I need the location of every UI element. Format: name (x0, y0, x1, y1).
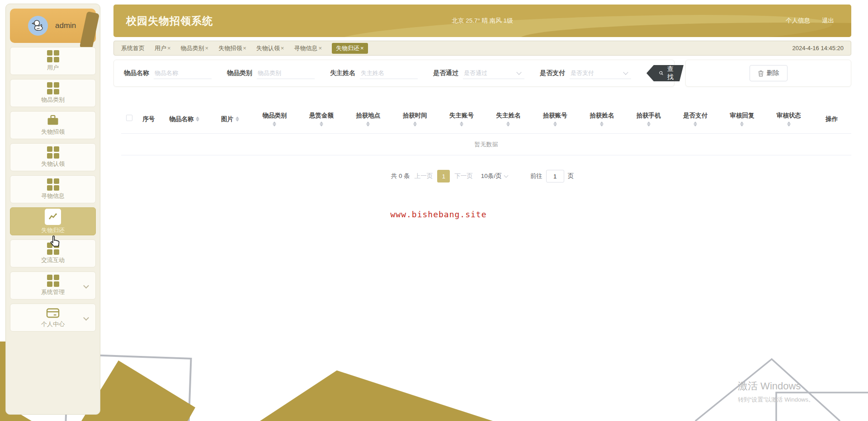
sidebar-item-label: 个人中心 (41, 320, 65, 328)
chevron-down-icon (504, 173, 508, 178)
duck-icon (30, 18, 46, 33)
sidebar-item-label: 寻物信息 (41, 192, 65, 200)
item-type-input[interactable] (257, 67, 315, 79)
col-owner-account[interactable]: 失主账号 (438, 105, 485, 134)
paid-select[interactable] (570, 67, 631, 79)
sidebar-item-lost-return[interactable]: 失物归还 (10, 207, 96, 235)
close-icon[interactable]: × (281, 45, 284, 51)
filter-label-owner-name: 失主姓名 (330, 69, 355, 77)
sort-caret-icon[interactable] (195, 116, 200, 122)
close-icon[interactable]: × (318, 45, 322, 51)
sort-caret-icon[interactable] (319, 122, 324, 126)
mouse-cursor (49, 235, 61, 248)
chevron-down-icon (83, 315, 89, 321)
avatar[interactable] (28, 16, 48, 36)
sort-caret-icon[interactable] (235, 116, 240, 122)
tab-home[interactable]: 系统首页 (121, 44, 145, 52)
sidebar-item-label: 失物认领 (41, 160, 65, 168)
col-reward[interactable]: 悬赏金额 (298, 105, 344, 134)
col-item-type[interactable]: 物品类别 (251, 105, 298, 134)
col-pickup-time[interactable]: 拾获时间 (392, 105, 438, 134)
approved-select[interactable] (463, 67, 524, 79)
next-page-button[interactable]: 下一页 (454, 172, 473, 180)
col-review-reply[interactable]: 审核回复 (719, 105, 765, 134)
search-button[interactable]: 查找 (646, 65, 684, 81)
filter-label-item-type: 物品类别 (227, 69, 252, 77)
col-paid[interactable]: 是否支付 (672, 105, 718, 134)
tab-lost-found[interactable]: 失物招领× (218, 44, 246, 52)
col-finder-name[interactable]: 拾获姓名 (579, 105, 625, 134)
grid-icon (47, 82, 59, 94)
sidebar-item-label: 系统管理 (41, 288, 65, 296)
tab-seek-info[interactable]: 寻物信息× (294, 44, 322, 52)
sidebar-item-seek-info[interactable]: 寻物信息 (10, 175, 96, 203)
grid-icon (47, 50, 59, 62)
sidebar-item-lost-claim[interactable]: 失物认领 (10, 143, 96, 171)
sort-caret-icon[interactable] (412, 122, 418, 126)
sidebar-item-lost-found[interactable]: 失物招领 (10, 111, 96, 139)
tab-users[interactable]: 用户× (155, 44, 171, 52)
sidebar-item-item-category[interactable]: 物品类别 (10, 79, 96, 107)
tab-lost-claim[interactable]: 失物认领× (256, 44, 284, 52)
chart-icon (45, 209, 61, 225)
avatar-card-decoration (80, 11, 99, 50)
page-number-1[interactable]: 1 (437, 170, 450, 182)
select-all-header (121, 105, 137, 134)
sidebar-item-system-management[interactable]: 系统管理 (10, 271, 96, 299)
page-size-select[interactable]: 10条/页 (481, 172, 508, 180)
sort-caret-icon[interactable] (552, 122, 558, 126)
sort-caret-icon[interactable] (693, 122, 698, 126)
site-watermark-link[interactable]: www.bishebang.site (348, 210, 529, 219)
item-name-input[interactable] (154, 67, 212, 79)
goto-page-input[interactable] (546, 170, 564, 182)
col-pickup-place[interactable]: 拾获地点 (345, 105, 392, 134)
data-table: 序号 物品名称 图片 物品类别 悬赏金额 拾获地点 拾获时间 失主账号 失主姓名… (121, 105, 851, 155)
sort-caret-icon[interactable] (599, 122, 604, 126)
sort-caret-icon[interactable] (272, 122, 277, 126)
sort-caret-icon[interactable] (786, 122, 792, 126)
windows-activation-subtitle: 转到“设置”以激活 Windows。 (738, 396, 814, 404)
pagination: 共 0 条 上一页 1 下一页 10条/页 前往 页 (113, 170, 851, 182)
close-icon[interactable]: × (167, 45, 171, 51)
col-index: 序号 (137, 105, 160, 134)
card-icon (46, 307, 60, 319)
grid-icon (47, 146, 59, 159)
sidebar: admin 用户 物品类别 失物招领 失物认领 寻物信息 失物归还 交流互动 (5, 4, 100, 415)
col-review-status[interactable]: 审核状态 (765, 105, 812, 134)
total-count: 共 0 条 (391, 172, 410, 180)
filter-label-paid: 是否支付 (540, 69, 565, 77)
windows-activation-watermark: 激活 Windows 转到“设置”以激活 Windows。 (738, 379, 814, 404)
grid-icon (47, 178, 59, 191)
grid-icon (47, 275, 59, 287)
sort-caret-icon[interactable] (739, 122, 745, 126)
owner-name-input[interactable] (360, 67, 418, 79)
user-card: admin (10, 9, 96, 43)
app-header: 校园失物招领系统 北京 25.7° 晴 南风 1级 个人信息 退出 (113, 5, 851, 37)
sort-caret-icon[interactable] (646, 122, 651, 126)
col-image[interactable]: 图片 (210, 105, 251, 134)
profile-link[interactable]: 个人信息 (786, 17, 810, 25)
sidebar-item-users[interactable]: 用户 (10, 47, 96, 75)
col-finder-account[interactable]: 拾获账号 (532, 105, 578, 134)
sort-caret-icon[interactable] (505, 122, 511, 126)
close-icon[interactable]: × (360, 45, 364, 51)
sort-caret-icon[interactable] (459, 122, 464, 126)
filter-label-item-name: 物品名称 (124, 69, 149, 77)
close-icon[interactable]: × (243, 45, 246, 51)
empty-row: 暂无数据 (121, 134, 851, 155)
select-all-checkbox[interactable] (126, 115, 132, 121)
sort-caret-icon[interactable] (365, 122, 371, 126)
goto-label: 前往 (530, 172, 542, 180)
col-item-name[interactable]: 物品名称 (160, 105, 210, 134)
col-actions: 操作 (812, 105, 851, 134)
col-owner-name[interactable]: 失主姓名 (485, 105, 532, 134)
tab-lost-return[interactable]: 失物归还× (332, 43, 368, 54)
sidebar-item-personal-center[interactable]: 个人中心 (10, 304, 96, 332)
prev-page-button[interactable]: 上一页 (415, 172, 433, 180)
delete-button[interactable]: 删除 (750, 65, 788, 81)
tab-item-category[interactable]: 物品类别× (181, 44, 209, 52)
bulk-action-panel: 删除 (685, 60, 851, 87)
logout-link[interactable]: 退出 (822, 17, 834, 25)
col-finder-phone[interactable]: 拾获手机 (625, 105, 672, 134)
close-icon[interactable]: × (205, 45, 209, 51)
